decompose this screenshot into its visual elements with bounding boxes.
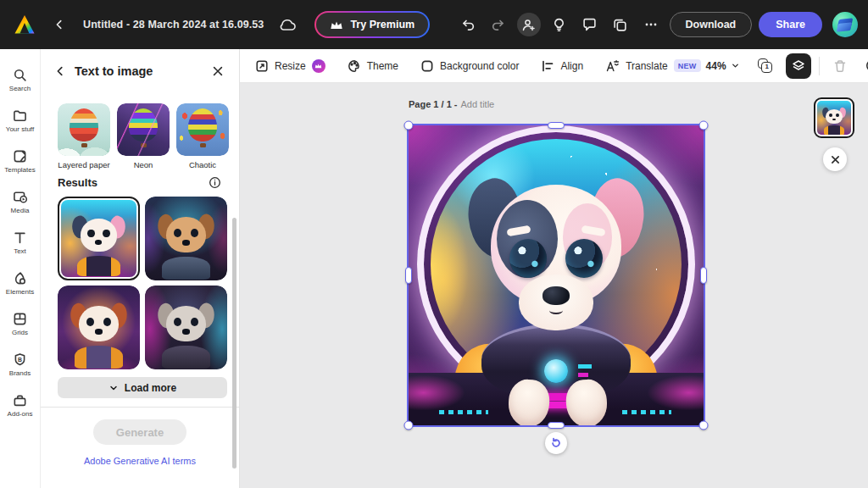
download-button[interactable]: Download [670,12,753,37]
resize-button[interactable]: Resize [255,59,326,73]
comments-icon[interactable] [578,13,602,36]
canvas-area[interactable]: Page 1 / 1 -Add title [240,83,868,488]
media-icon [13,190,28,204]
add-button[interactable]: Add [860,58,868,74]
undo-icon[interactable] [456,13,480,36]
puppy-art-shape [182,329,190,334]
background-color-swatch-icon [420,59,434,73]
puppy-art-shape [549,307,563,314]
puppy-art-shape [86,318,94,326]
delete-button-disabled[interactable] [827,53,853,79]
balloon-art-shape [200,143,206,148]
document-title[interactable]: Untitled - 28 March 2024 at 16.09.53 [83,19,264,30]
puppy-result-art [61,200,136,277]
puppy-art-shape [174,229,181,237]
cloud-saved-icon [275,13,299,36]
panel-back-chevron-icon[interactable] [53,64,68,79]
sidebar-item-templates[interactable]: Templates [0,141,41,181]
result-thumbnail-3[interactable] [58,286,140,369]
elements-icon [13,271,27,286]
puppy-art-shape [75,346,122,369]
console-lights [622,410,671,414]
left-rail: Search Your stuff Templates Media Text E… [0,49,41,488]
align-button[interactable]: Align [541,59,583,73]
puppy-result-art [58,286,140,369]
puppy-art-shape [182,240,190,245]
user-avatar[interactable] [832,12,858,37]
info-icon[interactable] [207,175,223,191]
adobe-express-app: Untitled - 28 March 2024 at 16.09.53 Try… [0,0,868,488]
collar-indicator [578,373,588,377]
style-preset-neon[interactable]: Neon [117,103,170,169]
puppy-art-shape [162,346,209,369]
style-presets-row: Layered paper Neon Chaotic [58,103,229,169]
add-ons-icon [13,393,27,408]
generate-button-disabled[interactable]: Generate [93,419,186,445]
resize-handle-se[interactable] [699,421,709,430]
sidebar-item-your-stuff[interactable]: Your stuff [0,100,41,141]
deselect-close-icon[interactable] [823,147,847,171]
chevron-down-icon [108,383,119,393]
puppy-art-shape [103,230,109,238]
balloon-art-shape [81,143,87,148]
resize-handle-sw[interactable] [404,421,414,430]
redo-icon[interactable] [487,13,510,36]
results-heading: Results [58,176,97,189]
adobe-express-logo-icon[interactable] [14,14,36,35]
layers-button-active[interactable] [786,53,811,79]
pages-panel-button[interactable]: 1 [753,53,778,79]
resize-handle-ne[interactable] [699,121,709,130]
lightbulb-icon[interactable] [548,13,571,36]
duplicate-pages-icon[interactable] [609,13,632,36]
puppy-art-shape [826,109,842,124]
pages-icon: 1 [758,58,772,73]
more-options-icon[interactable] [639,13,663,36]
trash-icon [833,59,847,73]
try-premium-button[interactable]: Try Premium [316,13,428,36]
sidebar-item-search[interactable]: Search [0,59,41,100]
sidebar-item-add-ons[interactable]: Add-ons [0,385,41,425]
sidebar-item-grids[interactable]: Grids [0,303,41,344]
puppy-art-shape [162,257,209,280]
puppy-nose [542,286,570,305]
collar-light [544,359,568,383]
panel-scrollbar[interactable] [232,218,236,469]
theme-button[interactable]: Theme [348,59,398,73]
style-preset-chaotic[interactable]: Chaotic [176,103,229,169]
share-button[interactable]: Share [759,12,822,37]
panel-close-icon[interactable] [210,64,225,79]
zoom-level-dropdown[interactable]: 44% [701,59,745,73]
sidebar-item-elements[interactable]: Elements [0,263,41,303]
resize-handle-e[interactable] [700,267,707,284]
result-thumbnail-2[interactable] [145,197,227,280]
resize-handle-w[interactable] [405,267,412,284]
puppy-art-shape [174,318,181,326]
invite-people-icon[interactable] [517,13,541,36]
resize-handle-n[interactable] [548,122,565,129]
try-premium-button-border: Try Premium [314,11,430,38]
resize-handle-s[interactable] [548,422,565,429]
style-preset-layered-paper[interactable]: Layered paper [58,103,110,169]
result-thumbnail-4[interactable] [145,286,227,369]
result-thumbnail-1-selected[interactable] [58,197,140,280]
puppy-art-shape [191,318,198,326]
sidebar-item-media[interactable]: Media [0,181,41,222]
rotate-handle[interactable] [545,432,567,454]
console-lights [439,410,488,414]
translate-button[interactable]: Translate NEW [605,59,700,73]
sidebar-item-brands[interactable]: B Brands [0,344,41,385]
puppy-art-shape [87,230,94,238]
puppy-eye [509,239,547,278]
resize-icon [255,59,269,73]
page-label[interactable]: Page 1 / 1 -Add title [409,99,494,109]
balloon-art-shape [188,108,218,141]
balloon-art-shape [129,108,159,141]
background-color-button[interactable]: Background color [420,59,519,73]
selected-canvas-image-puppy-astronaut[interactable] [409,125,704,425]
back-chevron-icon[interactable] [47,13,71,36]
selected-variant-preview[interactable] [814,97,854,138]
load-more-button[interactable]: Load more [58,377,227,398]
sidebar-item-text[interactable]: Text [0,222,41,263]
generative-ai-terms-link[interactable]: Adobe Generative AI terms [41,456,239,466]
resize-handle-nw[interactable] [404,121,414,130]
